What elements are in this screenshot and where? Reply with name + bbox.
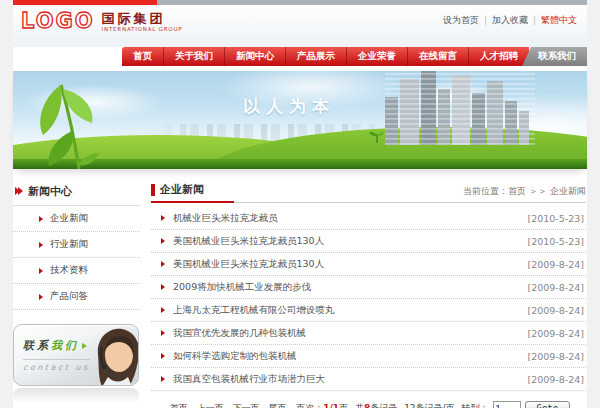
bullet-icon: [161, 284, 165, 290]
goto-label: 转到：: [462, 403, 489, 408]
total-records-prefix: 共: [355, 403, 364, 408]
news-date: [2010-5-23]: [527, 213, 584, 224]
news-title-link[interactable]: 如何科学选购定制的包装机械: [173, 350, 517, 363]
breadcrumb-home-link[interactable]: 首页: [508, 186, 526, 196]
pagination-prev[interactable]: 上一页: [197, 403, 224, 408]
page: LOGO 国际集团 INTERNATIONAL GROUP 设为首页|加入收藏|…: [0, 0, 600, 408]
bullet-icon: [161, 307, 165, 313]
news-row: 如何科学选购定制的包装机械 [2009-8-24]: [151, 345, 586, 368]
bullet-icon: [39, 294, 43, 300]
news-row: 我国宜优先发展的几种包装机械 [2009-8-24]: [151, 322, 586, 345]
bullet-icon: [39, 242, 43, 248]
contact-card-subtitle: contact us: [23, 359, 90, 372]
sidebar: 新闻中心 企业新闻 行业新闻 技术资料: [13, 182, 140, 408]
sidebar-item-industry-news[interactable]: 行业新闻: [13, 232, 140, 258]
pagination: 首页 上一页 下一页 尾页 页次：1/1页 共8条记录 12条记录/页 转到：G…: [151, 401, 586, 408]
breadcrumb-label: 当前位置：: [463, 186, 508, 196]
sidebar-item-tech-docs[interactable]: 技术资料: [13, 258, 140, 284]
logo-company-name: 国际集团: [102, 12, 183, 26]
divider: |: [484, 15, 487, 25]
news-date: [2010-5-23]: [527, 236, 584, 247]
news-title-link[interactable]: 上海凡太克工程机械有限公司增设喷丸: [173, 304, 517, 317]
traditional-chinese-link[interactable]: 繁體中文: [541, 15, 577, 25]
arrow-right-icon: [82, 343, 87, 349]
main-panel: 企业新闻 当前位置：首页＞＞企业新闻 机械业巨头米拉克龙裁员 [2010-5-2…: [151, 182, 587, 408]
news-row: 上海凡太克工程机械有限公司增设喷丸 [2009-8-24]: [151, 299, 586, 322]
news-date: [2009-8-24]: [527, 374, 584, 385]
news-title-link[interactable]: 美国机械业巨头米拉克龙裁员130人: [173, 258, 517, 271]
nav-item-honors[interactable]: 企业荣誉: [346, 47, 407, 66]
page-index-suffix: 页: [339, 403, 348, 408]
sidebar-item-company-news[interactable]: 企业新闻: [13, 206, 140, 232]
news-date: [2009-8-24]: [527, 282, 584, 293]
sidebar-menu: 企业新闻 行业新闻 技术资料 产品问答: [13, 206, 140, 310]
small-sprout-icon: [369, 130, 385, 143]
total-records-suffix: 条记录: [370, 403, 397, 408]
news-title-link[interactable]: 我国宜优先发展的几种包装机械: [173, 327, 517, 340]
contact-card-title: 联系我们: [23, 338, 90, 353]
banner-slogan: 以人为本: [243, 95, 335, 118]
goto-button[interactable]: Goto: [525, 401, 571, 408]
news-row: 机械业巨头米拉克龙裁员 [2010-5-23]: [151, 207, 586, 230]
news-title-link[interactable]: 机械业巨头米拉克龙裁员: [173, 212, 517, 225]
nav-item-about[interactable]: 关于我们: [163, 47, 224, 66]
page-index-value: 1/1: [323, 403, 339, 408]
contact-card-text: 联系我们 contact us: [23, 338, 90, 372]
logo-mark: LOGO: [21, 11, 95, 32]
news-date: [2009-8-24]: [527, 259, 584, 270]
nav-item-news[interactable]: 新闻中心: [224, 47, 285, 66]
breadcrumb: 当前位置：首页＞＞企业新闻: [463, 185, 586, 202]
bullet-icon: [161, 330, 165, 336]
nav-item-guestbook[interactable]: 在线留言: [407, 47, 468, 66]
goto-page-input[interactable]: [493, 401, 521, 408]
pagination-next[interactable]: 下一页: [233, 403, 260, 408]
news-list: 机械业巨头米拉克龙裁员 [2010-5-23] 美国机械业巨头米拉克龙裁员130…: [151, 207, 586, 391]
sidebar-item-product-faq[interactable]: 产品问答: [13, 284, 140, 310]
content-area: 新闻中心 企业新闻 行业新闻 技术资料: [13, 169, 587, 408]
bullet-icon: [39, 216, 43, 222]
bullet-icon: [39, 268, 43, 274]
customer-service-agent-image: [88, 325, 139, 386]
site-container: LOGO 国际集团 INTERNATIONAL GROUP 设为首页|加入收藏|…: [13, 0, 587, 408]
banner: 以人为本: [13, 71, 587, 169]
sidebar-item-label: 企业新闻: [50, 212, 88, 225]
title-red-bar: [151, 184, 155, 196]
news-date: [2009-8-24]: [527, 351, 584, 362]
double-arrow-icon: [15, 185, 23, 198]
main-panel-header: 企业新闻 当前位置：首页＞＞企业新闻: [151, 182, 586, 203]
sidebar-item-label: 行业新闻: [50, 238, 88, 251]
sidebar-title: 新闻中心: [28, 184, 72, 199]
news-row: 美国机械业巨头米拉克龙裁员130人 [2010-5-23]: [151, 230, 586, 253]
logo-text-block: 国际集团 INTERNATIONAL GROUP: [102, 12, 183, 32]
news-title-link[interactable]: 我国真空包装机械行业市场潜力巨大: [173, 373, 517, 386]
pagination-last[interactable]: 尾页: [268, 403, 286, 408]
contact-card-title-dark: 联系: [23, 339, 51, 352]
sidebar-item-label: 技术资料: [50, 264, 88, 277]
contact-card-reflection: [13, 388, 139, 404]
breadcrumb-current: 企业新闻: [550, 186, 586, 196]
logo[interactable]: LOGO 国际集团 INTERNATIONAL GROUP: [21, 11, 182, 32]
nav-item-products[interactable]: 产品展示: [285, 47, 346, 66]
bullet-icon: [161, 261, 165, 267]
breadcrumb-separator: ＞＞: [529, 186, 547, 196]
top-links: 设为首页|加入收藏|繁體中文: [443, 14, 577, 27]
sidebar-header: 新闻中心: [13, 182, 140, 206]
news-title-link[interactable]: 2009将加快机械工业发展的步伐: [173, 281, 517, 294]
nav-item-jobs[interactable]: 人才招聘: [468, 47, 529, 66]
news-date: [2009-8-24]: [527, 305, 584, 316]
nav-item-home[interactable]: 首页: [122, 47, 163, 66]
pagination-first[interactable]: 首页: [170, 403, 188, 408]
records-per-page: 12条记录/页: [404, 403, 454, 408]
contact-card-title-green: 我们: [51, 339, 79, 352]
nav-item-contact[interactable]: 联系我们: [522, 47, 587, 66]
logo-company-name-en: INTERNATIONAL GROUP: [102, 26, 183, 32]
set-homepage-link[interactable]: 设为首页: [443, 15, 479, 25]
news-title-link[interactable]: 美国机械业巨头米拉克龙裁员130人: [173, 235, 517, 248]
page-index-label: 页次：: [296, 403, 323, 408]
main-nav: 首页 关于我们 新闻中心 产品展示 企业荣誉 在线留言 人才招聘 联系我们: [122, 47, 587, 66]
section-title: 企业新闻: [151, 182, 234, 203]
add-favorite-link[interactable]: 加入收藏: [492, 15, 528, 25]
contact-us-card[interactable]: 联系我们 contact us: [13, 324, 139, 386]
city-buildings: [385, 71, 535, 145]
bullet-icon: [161, 215, 165, 221]
